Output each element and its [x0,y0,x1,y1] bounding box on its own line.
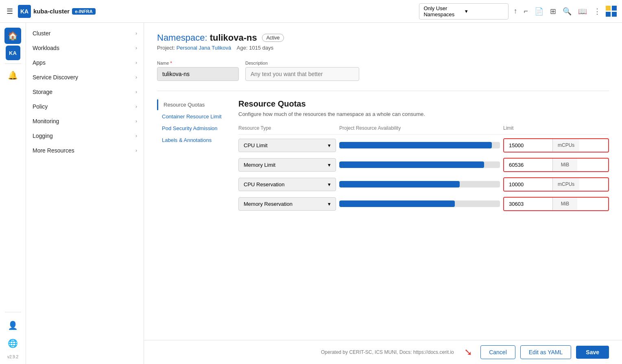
section-nav-resource-quotas: Resource Quotas [157,99,238,110]
sidebar-item-monitoring[interactable]: Monitoring › [26,114,144,129]
chevron-right-icon: › [135,74,137,80]
terminal-button[interactable]: ⌐ [522,5,530,17]
age-label: Age: [237,45,248,51]
memory-limit-input-group: MiB [503,158,609,172]
resource-quotas-description: Configure how much of the resources the … [238,111,609,117]
name-label: Name * [157,61,239,65]
memory-limit-label: Memory Limit [244,162,275,168]
two-column-layout: Resource Quotas Container Resource Limit… [157,99,609,216]
resource-quotas-title: Resource Quotas [238,99,609,109]
table-row: Memory Limit ▾ MiB [238,157,609,172]
chevron-right-icon: › [135,45,137,51]
section-nav: Resource Quotas Container Resource Limit… [157,99,238,216]
memory-reservation-bar-wrapper [339,196,500,211]
search-button[interactable]: 🔍 [561,5,573,17]
namespace-selector[interactable]: Only User Namespaces ▾ [419,3,509,20]
bell-sidebar-button[interactable]: 🔔 [4,67,21,83]
description-input[interactable] [245,67,359,81]
add-resource-button[interactable] [606,6,617,17]
sidebar-item-workloads-label: Workloads [33,45,59,51]
cpu-reservation-value-input[interactable] [504,178,553,191]
description-label: Description [245,61,359,65]
document-button[interactable]: 📄 [533,5,545,17]
ka-sidebar-button[interactable]: KA [6,46,20,60]
more-options-button[interactable]: ⋮ [592,5,602,17]
age-value: 1015 days [249,45,273,51]
resource-quotas-panel: Resource Quotas Configure how much of th… [238,99,609,216]
cpu-limit-select[interactable]: CPU Limit ▾ [238,139,336,152]
pod-security-admission-label: Pod Security Admission [162,125,218,131]
page-footer: Operated by CERIT-SC, ICS MUNI, Docs: ht… [144,340,622,364]
chevron-down-icon: ▾ [328,181,331,187]
required-asterisk: * [169,61,172,65]
namespace-title: Namespace: tulikova-ns [157,33,257,43]
footer-center: Operated by CERIT-SC, ICS MUNI, Docs: ht… [311,349,465,355]
cpu-reservation-label: CPU Reservation [244,181,284,187]
memory-reservation-value-input[interactable] [504,198,553,210]
cpu-limit-unit: mCPUs [553,139,579,151]
section-nav-labels-annotations[interactable]: Labels & Annotations [157,135,238,146]
cpu-limit-input-group: mCPUs [503,138,609,153]
cluster-tag: e-INFRA [72,8,95,15]
header-icons: ↑ ⌐ 📄 ⊞ 🔍 📖 ⋮ [512,5,617,17]
cpu-limit-bar-bg [339,142,500,148]
status-badge: Active [262,34,284,42]
content-area: Namespace: tulikova-ns Active Project: P… [144,23,622,364]
namespace-meta: Project: Personal Jana Tuliková Age: 101… [157,45,609,51]
rq-table-header: Resource Type Project Resource Availabil… [238,125,609,135]
upload-button[interactable]: ↑ [512,5,519,17]
edit-as-yaml-button[interactable]: Edit as YAML [520,345,572,359]
active-indicator [157,99,158,110]
section-nav-pod-security-admission[interactable]: Pod Security Admission [157,123,238,134]
footer-text: Operated by CERIT-SC, ICS MUNI, Docs: ht… [321,349,454,355]
chevron-right-icon: › [135,148,137,153]
name-input[interactable] [157,67,239,81]
sidebar-item-cluster[interactable]: Cluster › [26,26,144,41]
project-link[interactable]: Personal Jana Tuliková [177,45,231,51]
sidebar-item-more-resources[interactable]: More Resources › [26,143,144,158]
sidebar-item-workloads[interactable]: Workloads › [26,41,144,55]
sidebar-item-service-discovery[interactable]: Service Discovery › [26,70,144,85]
save-button[interactable]: Save [576,346,609,359]
grid-button[interactable]: ⊞ [548,5,558,17]
col-project-availability: Project Resource Availability [339,125,500,131]
namespace-header: Namespace: tulikova-ns Active [157,33,609,43]
memory-limit-bar-wrapper [339,157,500,172]
memory-limit-value-input[interactable] [504,159,553,171]
chevron-right-icon: › [135,60,137,65]
cancel-button[interactable]: Cancel [480,345,515,359]
section-nav-list: Resource Quotas Container Resource Limit… [157,99,238,146]
cluster-badge: KA kuba-cluster e-INFRA [18,5,96,18]
sidebar-item-logging[interactable]: Logging › [26,129,144,143]
sidebar-item-apps[interactable]: Apps › [26,55,144,70]
chevron-down-icon: ▾ [328,201,331,207]
arrow-indicator-icon: ➘ [464,347,472,358]
home-sidebar-button[interactable]: 🏠 [4,28,21,44]
memory-limit-select[interactable]: Memory Limit ▾ [238,158,336,172]
sidebar-item-policy[interactable]: Policy › [26,99,144,114]
memory-limit-unit: MiB [553,159,577,171]
memory-reservation-select[interactable]: Memory Reservation ▾ [238,197,336,211]
sidebar-item-storage[interactable]: Storage › [26,85,144,99]
cpu-limit-label: CPU Limit [244,142,268,148]
sidebar-item-storage-label: Storage [33,89,52,95]
table-row: Memory Reservation ▾ MiB [238,196,609,211]
book-button[interactable]: 📖 [576,5,589,17]
icon-sidebar: 🏠 KA 🔔 👤 🌐 v2.9.2 [0,23,26,364]
sidebar-item-logging-label: Logging [33,133,53,139]
icon-sidebar-bottom: 👤 🌐 v2.9.2 [4,309,21,359]
chevron-right-icon: › [135,31,137,36]
chevron-right-icon: › [135,118,137,124]
hamburger-button[interactable]: ☰ [5,5,15,17]
person-sidebar-button[interactable]: 👤 [4,317,21,333]
globe-sidebar-button[interactable]: 🌐 [4,335,21,351]
form-divider [157,91,609,91]
cpu-reservation-bar-fill [339,181,460,187]
chevron-right-icon: › [135,133,137,139]
cpu-reservation-select[interactable]: CPU Reservation ▾ [238,178,336,191]
cpu-limit-value-input[interactable] [504,139,553,152]
main-layout: 🏠 KA 🔔 👤 🌐 v2.9.2 Cluster › Workloads › … [0,23,622,364]
section-nav-container-resource-limit[interactable]: Container Resource Limit [157,111,238,122]
cluster-name: kuba-cluster [33,8,70,15]
memory-reservation-input-group: MiB [503,197,609,211]
